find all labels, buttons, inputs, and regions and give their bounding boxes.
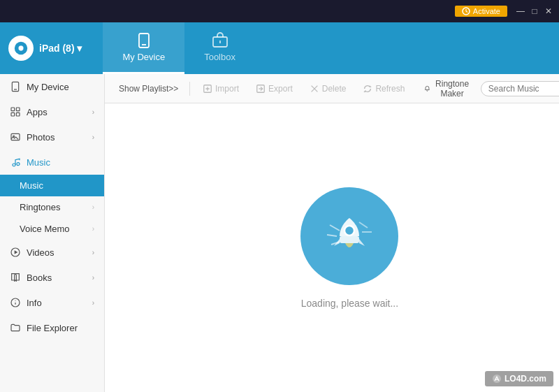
- sidebar-item-info[interactable]: Info ›: [0, 290, 104, 315]
- sidebar-label-books: Books: [27, 273, 52, 283]
- sidebar-label-music: Music: [27, 157, 50, 168]
- svg-line-28: [327, 235, 337, 236]
- empty-state: Loading, please wait...: [105, 103, 559, 392]
- svg-rect-10: [11, 112, 15, 116]
- sidebar-label-voice-memo: Voice Memo: [20, 224, 70, 234]
- sidebar-item-photos[interactable]: Photos ›: [0, 124, 104, 150]
- delete-button[interactable]: Delete: [303, 81, 354, 96]
- voice-memo-arrow: ›: [92, 225, 94, 233]
- bell-icon: [424, 84, 430, 94]
- rocket-icon: [321, 208, 377, 264]
- title-bar: Activate — □ ✕: [0, 0, 559, 22]
- sidebar-item-music-sub[interactable]: Music: [0, 175, 104, 196]
- sidebar-item-apps[interactable]: Apps ›: [0, 99, 104, 124]
- export-button[interactable]: Export: [249, 81, 300, 96]
- books-arrow: ›: [92, 274, 94, 282]
- device-logo[interactable]: iPad (8) ▾: [8, 36, 82, 61]
- search-box: [481, 81, 559, 96]
- photos-icon: [10, 131, 21, 143]
- ringtone-maker-button[interactable]: Ringtone Maker: [417, 76, 477, 101]
- info-icon: [10, 297, 21, 308]
- svg-marker-17: [15, 250, 18, 254]
- sidebar-label-ringtones: Ringtones: [20, 202, 61, 212]
- tab-toolbox[interactable]: Toolbox: [184, 22, 255, 74]
- svg-rect-32: [340, 236, 359, 243]
- svg-point-15: [17, 163, 20, 166]
- toolbar-divider-1: [189, 82, 190, 96]
- apps-arrow: ›: [92, 108, 94, 116]
- main-layout: My Device Apps › Photos ›: [0, 74, 559, 392]
- svg-line-30: [359, 222, 368, 228]
- refresh-button[interactable]: Refresh: [356, 81, 412, 96]
- app-logo-icon: [8, 36, 34, 61]
- sidebar-item-videos[interactable]: Videos ›: [0, 240, 104, 265]
- loading-illustration: [300, 187, 398, 285]
- svg-point-14: [13, 164, 15, 166]
- svg-rect-9: [16, 108, 20, 111]
- music-icon: [10, 157, 21, 168]
- svg-rect-11: [16, 112, 20, 116]
- svg-rect-8: [11, 108, 15, 111]
- sidebar-item-my-device[interactable]: My Device: [0, 74, 104, 99]
- sidebar-item-file-explorer[interactable]: File Explorer: [0, 315, 104, 340]
- top-nav: iPad (8) ▾ My Device Toolbox: [0, 22, 559, 74]
- watermark-text: LO4D.com: [504, 374, 546, 384]
- sidebar-item-music-parent[interactable]: Music: [0, 150, 104, 175]
- videos-arrow: ›: [92, 249, 94, 256]
- folder-icon: [10, 322, 21, 333]
- apps-icon: [10, 106, 21, 117]
- activate-button[interactable]: Activate: [455, 6, 507, 17]
- loading-text: Loading, please wait...: [301, 298, 398, 309]
- toolbar: Show Playlist>> Import Export: [105, 74, 559, 103]
- svg-rect-2: [139, 34, 149, 48]
- sidebar-label-photos: Photos: [27, 132, 55, 143]
- videos-icon: [10, 247, 21, 258]
- sidebar-label-music-sub: Music: [20, 180, 43, 191]
- close-button[interactable]: ✕: [544, 6, 553, 16]
- show-playlist-btn[interactable]: Show Playlist>>: [113, 81, 184, 96]
- sidebar-item-ringtones[interactable]: Ringtones ›: [0, 196, 104, 218]
- refresh-icon: [363, 84, 372, 94]
- device-icon: [10, 81, 21, 92]
- window-controls: — □ ✕: [516, 6, 553, 16]
- watermark: LO4D.com: [485, 371, 553, 386]
- watermark-icon: [492, 374, 502, 384]
- ringtones-arrow: ›: [92, 203, 94, 211]
- import-icon: [203, 84, 212, 94]
- sidebar: My Device Apps › Photos ›: [0, 74, 105, 392]
- export-icon: [256, 84, 266, 94]
- svg-line-27: [330, 225, 340, 231]
- content-area: Show Playlist>> Import Export: [105, 74, 559, 392]
- sidebar-label-file-explorer: File Explorer: [27, 323, 78, 333]
- svg-rect-6: [12, 82, 18, 91]
- nav-tabs: My Device Toolbox: [103, 22, 255, 74]
- info-arrow: ›: [92, 299, 94, 307]
- tab-my-device[interactable]: My Device: [103, 22, 184, 74]
- maximize-button[interactable]: □: [530, 6, 539, 16]
- photos-arrow: ›: [92, 133, 94, 141]
- sidebar-item-books[interactable]: Books ›: [0, 265, 104, 290]
- delete-icon: [310, 84, 319, 94]
- books-icon: [10, 272, 21, 283]
- sidebar-item-voice-memo[interactable]: Voice Memo ›: [0, 218, 104, 240]
- sidebar-label-my-device: My Device: [27, 82, 69, 92]
- search-input[interactable]: [488, 84, 559, 94]
- device-name-label: iPad (8) ▾: [39, 43, 82, 54]
- sidebar-label-apps: Apps: [27, 107, 48, 117]
- import-button[interactable]: Import: [196, 81, 246, 96]
- sidebar-label-info: Info: [27, 298, 42, 308]
- sidebar-label-videos: Videos: [27, 247, 55, 258]
- minimize-button[interactable]: —: [516, 6, 525, 16]
- svg-point-33: [344, 226, 354, 235]
